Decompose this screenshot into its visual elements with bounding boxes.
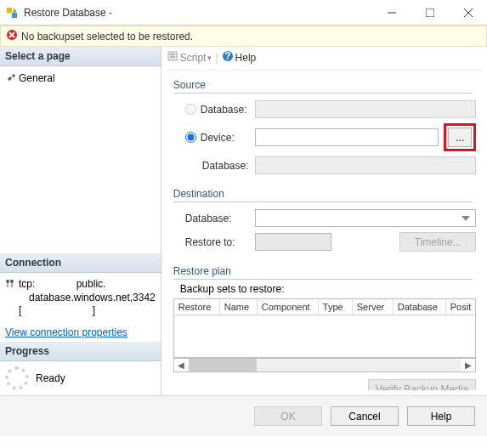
wrench-icon	[5, 71, 15, 84]
backup-sets-grid[interactable]: Restore Name Component Type Server Datab…	[173, 298, 476, 358]
restore-plan-group: Restore plan Backup sets to restore: Res…	[173, 265, 476, 390]
titlebar: Restore Database -	[0, 0, 487, 26]
sidebar: Select a page General Connection tcp: pu…	[0, 47, 161, 395]
window-title: Restore Database -	[24, 7, 372, 19]
grid-col-type[interactable]: Type	[319, 299, 353, 315]
source-database-radio-input	[185, 104, 196, 115]
select-page-header: Select a page	[0, 47, 161, 66]
toolbar: Script ▾ | ? Help	[167, 48, 483, 71]
progress-header: Progress	[0, 342, 161, 361]
ellipsis-icon: ...	[456, 132, 464, 144]
source-db-select	[255, 156, 476, 174]
grid-col-restore[interactable]: Restore	[174, 299, 220, 315]
scroll-thumb[interactable]	[189, 359, 257, 371]
page-item-general[interactable]: General	[0, 70, 161, 86]
source-device-radio-input[interactable]	[185, 132, 196, 143]
source-database-select	[255, 100, 476, 118]
scroll-track[interactable]	[257, 359, 461, 371]
dialog-footer: OK Cancel Help	[0, 395, 487, 436]
browse-device-highlight: ...	[444, 123, 476, 151]
backup-sets-label: Backup sets to restore:	[173, 281, 476, 298]
progress-spinner-icon	[5, 366, 29, 390]
help-button-footer[interactable]: Help	[407, 406, 475, 426]
source-device-radio[interactable]: Device:	[173, 132, 250, 144]
svg-point-9	[6, 280, 9, 283]
maximize-button[interactable]	[411, 0, 449, 26]
progress-status: Ready	[36, 372, 65, 384]
source-database-radio: Database:	[173, 104, 250, 116]
grid-col-position[interactable]: Posit	[446, 299, 475, 315]
scroll-right-icon[interactable]: ▶	[461, 360, 475, 370]
connection-header: Connection	[0, 253, 161, 273]
error-icon	[6, 29, 18, 43]
script-button[interactable]: Script ▾	[167, 50, 212, 65]
ok-button: OK	[254, 406, 322, 426]
scroll-left-icon[interactable]: ◀	[174, 360, 189, 370]
source-legend: Source	[173, 79, 476, 95]
svg-point-10	[10, 280, 14, 283]
close-button[interactable]	[449, 0, 487, 26]
page-item-label: General	[19, 72, 55, 84]
help-label: Help	[235, 52, 257, 64]
svg-text:?: ?	[224, 50, 230, 62]
connection-user-open: [	[19, 304, 21, 316]
dest-database-label: Database:	[173, 213, 250, 224]
view-connection-properties-link[interactable]: View connection properties	[0, 323, 161, 342]
connection-host: public.	[76, 278, 106, 290]
timeline-button: Timeline...	[399, 232, 476, 252]
script-label: Script	[180, 52, 207, 64]
destination-legend: Destination	[173, 188, 476, 204]
source-group: Source Database: Device: ...	[173, 79, 476, 179]
grid-col-component[interactable]: Component	[258, 299, 319, 315]
grid-col-server[interactable]: Server	[353, 299, 394, 315]
connection-user-close: ]	[25, 304, 95, 316]
warning-text: No backupset selected to be restored.	[21, 31, 193, 43]
script-icon	[167, 50, 178, 65]
warning-bar: No backupset selected to be restored.	[0, 26, 487, 47]
chevron-down-icon: ▾	[207, 54, 212, 62]
svg-rect-13	[168, 52, 177, 60]
connection-icon	[5, 278, 15, 291]
svg-rect-1	[12, 13, 17, 18]
svg-rect-0	[7, 8, 12, 13]
restore-to-input	[255, 233, 331, 251]
connection-info: tcp: public. database.windows.net,3342 […	[0, 273, 161, 323]
restore-plan-legend: Restore plan	[173, 265, 476, 281]
grid-col-database[interactable]: Database	[394, 299, 446, 315]
grid-hscroll[interactable]: ◀ ▶	[173, 358, 476, 372]
restore-to-label: Restore to:	[173, 236, 250, 248]
app-icon	[5, 6, 19, 20]
cancel-button[interactable]: Cancel	[331, 406, 399, 426]
connection-address: database.windows.net,3342	[19, 292, 156, 303]
help-icon: ?	[222, 50, 234, 65]
verify-backup-media-button: Verify Backup Media	[368, 379, 476, 390]
source-device-input[interactable]	[255, 128, 439, 146]
source-device-radio-label: Device:	[201, 132, 235, 144]
source-db-label: Database:	[173, 160, 250, 172]
grid-col-name[interactable]: Name	[220, 299, 258, 315]
dest-database-select[interactable]	[255, 209, 476, 227]
connection-protocol: tcp:	[19, 278, 35, 290]
help-button[interactable]: ? Help	[222, 50, 257, 65]
minimize-button[interactable]	[372, 0, 411, 26]
source-database-radio-label: Database:	[201, 104, 247, 116]
destination-group: Destination Database: Restore to: Timeli…	[173, 188, 476, 257]
svg-rect-3	[426, 9, 434, 17]
browse-device-button[interactable]: ...	[448, 128, 472, 147]
